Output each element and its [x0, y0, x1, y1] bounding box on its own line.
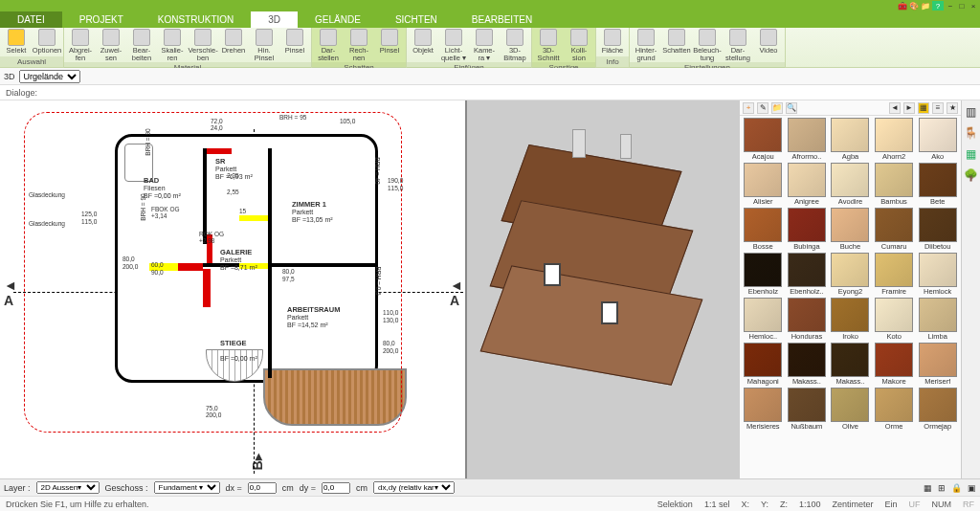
folder-icon[interactable]: 📁	[921, 1, 930, 11]
suitcase-icon[interactable]: 🧰	[898, 1, 907, 11]
ribbon-btn[interactable]: Skalie- ren	[158, 29, 187, 61]
material-swatch[interactable]: Makass..	[786, 343, 829, 387]
prev-icon[interactable]: ◄	[889, 102, 901, 114]
dx-input[interactable]	[248, 482, 277, 494]
furniture-icon[interactable]: 🪑	[964, 125, 979, 141]
material-swatch[interactable]: Ahorn2	[873, 118, 916, 162]
material-swatch[interactable]: Ako	[916, 118, 959, 162]
palette-icon[interactable]: 🎨	[909, 1, 919, 11]
ribbon-btn[interactable]: Beleuch- tung	[693, 29, 722, 61]
next-icon[interactable]: ►	[903, 102, 915, 114]
menu-tab-projekt[interactable]: PROJEKT	[62, 11, 141, 28]
dy-label: dy =	[300, 483, 316, 493]
view-list-icon[interactable]: ≡	[932, 102, 944, 114]
material-swatch[interactable]: Agba	[829, 118, 872, 162]
menu-tab-gelände[interactable]: GELÄNDE	[298, 11, 378, 28]
material-swatch[interactable]: Framire	[873, 253, 916, 297]
view-icon[interactable]: ▣	[968, 483, 976, 493]
ribbon-btn[interactable]: Zuwei- sen	[97, 29, 125, 61]
geschoss-dropdown[interactable]: Fundament ▾	[154, 481, 220, 494]
plant-icon[interactable]: 🌳	[964, 167, 979, 183]
star-icon[interactable]: ★	[947, 102, 958, 114]
lock-icon[interactable]: 🔒	[951, 483, 962, 493]
ribbon-btn[interactable]: Hin. Pinsel	[250, 29, 278, 61]
snap-icon[interactable]: ⊞	[938, 483, 946, 493]
material-swatch[interactable]: Hemlock	[916, 253, 959, 297]
material-swatch[interactable]: Acajou	[742, 118, 785, 162]
material-swatch[interactable]: Alisier	[742, 163, 785, 207]
material-swatch[interactable]: Makass..	[829, 343, 872, 387]
ribbon-btn[interactable]: Pinsel	[375, 29, 404, 55]
material-swatch[interactable]: Limba	[916, 298, 959, 342]
material-swatch[interactable]: Olive	[829, 388, 872, 432]
close-icon[interactable]: ×	[969, 1, 978, 11]
ribbon-btn[interactable]: Dar- stellung	[724, 29, 752, 61]
material-swatch[interactable]: Eyong2	[829, 253, 872, 297]
view-2d[interactable]: ◄A ◄A B▸ BADFlies	[0, 100, 467, 478]
dy-input[interactable]	[322, 482, 350, 494]
material-swatch[interactable]: Mahagoni	[742, 343, 785, 387]
menu-tab-sichten[interactable]: SICHTEN	[378, 11, 455, 28]
ribbon-btn[interactable]: Bear- beiten	[127, 29, 156, 61]
material-swatch[interactable]: Ormejap	[916, 388, 959, 432]
ribbon-btn[interactable]: Optionen	[33, 29, 61, 55]
help-icon[interactable]: ?	[932, 1, 944, 11]
material-swatch[interactable]: Hemloc..	[742, 298, 785, 342]
ribbon-btn[interactable]: 3D- Bitmap	[501, 29, 529, 61]
material-swatch[interactable]: Bosse	[742, 208, 785, 252]
ribbon-btn[interactable]: Kolli- sion	[565, 29, 593, 61]
menu-tab-bearbeiten[interactable]: BEARBEITEN	[455, 11, 549, 28]
edit-icon[interactable]: ✎	[757, 102, 768, 114]
ribbon-btn[interactable]: Selekt	[2, 29, 31, 55]
add-icon[interactable]: +	[743, 102, 754, 114]
material-swatch[interactable]: Afrormo..	[786, 118, 829, 162]
material-swatch[interactable]: Bambus	[873, 163, 916, 207]
material-swatch[interactable]: Buche	[829, 208, 872, 252]
ribbon-btn[interactable]: Fläche	[598, 29, 627, 55]
layer-dropdown[interactable]: 2D Aussen▾	[36, 481, 100, 494]
minimize-icon[interactable]: −	[946, 1, 955, 11]
ribbon-btn[interactable]: Abgrei- fen	[66, 29, 95, 61]
material-swatch[interactable]: Makore	[873, 343, 916, 387]
menu-tab-3d[interactable]: 3D	[251, 11, 298, 28]
material-swatch[interactable]: Anigree	[786, 163, 829, 207]
ribbon-btn[interactable]: Kame- ra ▾	[470, 29, 499, 61]
folder-icon[interactable]: 📁	[771, 102, 783, 114]
material-swatch[interactable]: Merisieres	[742, 388, 785, 432]
material-swatch[interactable]: Diibetou	[916, 208, 959, 252]
layers-icon[interactable]: ▥	[964, 104, 979, 120]
material-swatch[interactable]: Nußbaum	[786, 388, 829, 432]
coord-mode-dropdown[interactable]: dx,dy (relativ kar▾	[373, 481, 455, 494]
maximize-icon[interactable]: □	[957, 1, 967, 11]
ribbon-btn[interactable]: Objekt	[409, 29, 437, 55]
ribbon-btn[interactable]: Rech- nen	[345, 29, 373, 61]
material-swatch[interactable]: Bubinga	[786, 208, 829, 252]
material-swatch[interactable]: Meriserf	[916, 343, 959, 387]
search-icon[interactable]: 🔍	[786, 102, 797, 114]
material-swatch[interactable]: Ebenholz..	[786, 253, 829, 297]
material-swatch[interactable]: Cumaru	[873, 208, 916, 252]
menu-tab-konstruktion[interactable]: KONSTRUKTION	[141, 11, 251, 28]
terrain-dropdown[interactable]: Urgelände	[19, 70, 80, 83]
menu-tab-datei[interactable]: DATEI	[0, 11, 62, 28]
material-swatch[interactable]: Ebenholz	[742, 253, 785, 297]
ribbon-btn[interactable]: Drehen	[219, 29, 248, 55]
ribbon-btn[interactable]: Dar- stellen	[314, 29, 343, 61]
material-swatch[interactable]: Honduras	[786, 298, 829, 342]
ribbon-btn[interactable]: Pinsel	[280, 29, 309, 55]
ribbon-btn[interactable]: Licht- quelle ▾	[439, 29, 468, 61]
ribbon-btn[interactable]: 3D- Schnitt	[534, 29, 563, 61]
material-swatch[interactable]: Koto	[873, 298, 916, 342]
ribbon-btn[interactable]: Hinter- grund	[632, 29, 660, 61]
grid-icon[interactable]: ▦	[924, 483, 932, 493]
ribbon-btn[interactable]: Schatten	[662, 29, 691, 55]
material-swatch[interactable]: Orme	[873, 388, 916, 432]
ribbon-btn[interactable]: Verschie- ben	[189, 29, 217, 61]
material-swatch[interactable]: Bete	[916, 163, 959, 207]
view-3d[interactable]	[467, 100, 739, 478]
view-thumb-icon[interactable]: ▦	[918, 102, 929, 114]
material-swatch[interactable]: Avodire	[829, 163, 872, 207]
materials-icon[interactable]: ▦	[964, 146, 979, 162]
ribbon-btn[interactable]: Video	[754, 29, 783, 55]
material-swatch[interactable]: Iroko	[829, 298, 872, 342]
